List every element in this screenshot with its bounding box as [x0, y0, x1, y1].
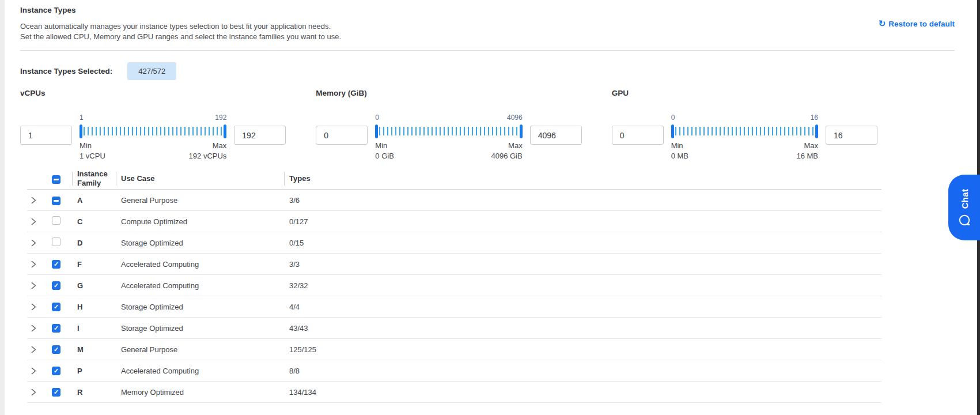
range-slider-track[interactable]	[671, 124, 818, 138]
instance-family-cell: H	[72, 303, 116, 311]
expand-row-button[interactable]	[27, 367, 52, 375]
scale-max-label: 4096	[507, 114, 523, 122]
slider-handle-max[interactable]	[815, 124, 818, 138]
use-case-cell: Accelerated Computing	[116, 260, 284, 269]
row-checkbox[interactable]	[52, 216, 60, 225]
expand-row-button[interactable]	[27, 282, 52, 289]
types-count-cell: 134/134	[284, 388, 881, 397]
types-count-cell: 8/8	[284, 367, 881, 375]
column-header-use-case: Use Case	[116, 174, 284, 183]
table-row: P Accelerated Computing 8/8	[27, 360, 881, 382]
slider-handle-min[interactable]	[375, 124, 378, 138]
row-checkbox[interactable]	[52, 237, 60, 246]
selected-count-label: Instance Types Selected:	[20, 67, 112, 76]
row-checkbox[interactable]	[52, 388, 60, 397]
column-header-instance-family: Instance Family	[72, 169, 116, 187]
use-case-cell: Storage Optimized	[116, 324, 284, 333]
expand-row-button[interactable]	[27, 303, 52, 311]
instance-family-cell: I	[72, 324, 116, 333]
row-checkbox[interactable]	[52, 367, 60, 375]
scale-min-label: 0	[671, 114, 675, 122]
expand-row-button[interactable]	[27, 218, 52, 225]
table-row: C Compute Optimized 0/127	[27, 211, 881, 232]
use-case-cell: General Purpose	[116, 345, 284, 354]
expand-row-button[interactable]	[27, 239, 52, 247]
use-case-cell: Accelerated Computing	[116, 281, 284, 290]
select-all-checkbox[interactable]	[52, 175, 60, 184]
min-label: Min	[80, 141, 92, 150]
column-header-types: Types	[284, 174, 881, 183]
slider-handle-max[interactable]	[224, 124, 226, 138]
types-count-cell: 3/6	[284, 196, 881, 205]
instance-family-cell: C	[72, 217, 116, 226]
slider-value-labels: 0 MB 16 MB	[671, 152, 818, 160]
chevron-right-icon	[31, 239, 36, 247]
slider-minmax-labels: Min Max	[80, 141, 226, 150]
table-row: M General Purpose 125/125	[27, 339, 881, 360]
chevron-right-icon	[31, 261, 36, 268]
slider-minmax-labels: Min Max	[375, 141, 522, 150]
slider-handle-min[interactable]	[671, 124, 674, 138]
min-value-input[interactable]	[612, 126, 664, 145]
row-checkbox[interactable]	[52, 324, 60, 333]
chevron-right-icon	[31, 325, 36, 332]
min-label: Min	[671, 141, 683, 150]
chevron-right-icon	[31, 303, 36, 311]
slider-title: GPU	[612, 89, 877, 97]
use-case-cell: Storage Optimized	[116, 303, 284, 311]
row-checkbox[interactable]	[52, 345, 60, 354]
header-divider	[20, 50, 955, 51]
restore-to-default-button[interactable]: ↻ Restore to default	[879, 18, 955, 29]
max-value-input[interactable]	[530, 126, 582, 145]
instance-family-table: Instance Family Use Case Types A General…	[27, 168, 881, 403]
table-row: D Storage Optimized 0/15	[27, 232, 881, 254]
restore-icon: ↻	[879, 18, 886, 29]
chevron-right-icon	[31, 346, 36, 353]
row-checkbox[interactable]	[52, 260, 60, 269]
range-slider-track[interactable]	[80, 124, 226, 138]
instance-family-cell: R	[72, 388, 116, 397]
description-line-2: Set the allowed CPU, Memory and GPU rang…	[20, 32, 955, 42]
max-label: Max	[508, 141, 523, 150]
chevron-right-icon	[31, 367, 36, 375]
slider-scale-labels: 0 16	[671, 114, 818, 122]
slider-handle-min[interactable]	[80, 124, 82, 138]
slider-value-labels: 0 GiB 4096 GiB	[375, 152, 522, 160]
slider-block: GPU 0 16 Min	[612, 89, 877, 160]
slider-handle-max[interactable]	[520, 124, 523, 138]
min-value-input[interactable]	[20, 126, 72, 145]
row-checkbox[interactable]	[52, 281, 60, 290]
section-header: Instance Types Ocean automatically manag…	[20, 0, 955, 51]
expand-row-button[interactable]	[27, 261, 52, 268]
table-header-row: Instance Family Use Case Types	[27, 168, 881, 190]
instance-types-panel: Instance Types Ocean automatically manag…	[20, 0, 980, 403]
slider-ticks	[84, 127, 222, 135]
max-value-input[interactable]	[234, 126, 286, 145]
chevron-right-icon	[31, 282, 36, 289]
expand-row-button[interactable]	[27, 197, 52, 204]
chevron-right-icon	[31, 218, 36, 225]
row-checkbox[interactable]	[52, 197, 60, 205]
max-value-label: 192 vCPUs	[189, 152, 227, 160]
instance-family-cell: M	[72, 345, 116, 354]
slider-scale-labels: 1 192	[80, 114, 226, 122]
instance-family-cell: P	[72, 367, 116, 375]
scale-min-label: 0	[375, 114, 379, 122]
page-title: Instance Types	[20, 6, 955, 14]
min-value-label: 0 GiB	[375, 152, 394, 160]
expand-row-button[interactable]	[27, 325, 52, 332]
max-value-input[interactable]	[826, 126, 877, 145]
slider-ticks	[379, 127, 518, 135]
table-row: G Accelerated Computing 32/32	[27, 275, 881, 296]
expand-row-button[interactable]	[27, 388, 52, 396]
slider-block: Memory (GiB) 0 4096	[316, 89, 581, 160]
use-case-cell: General Purpose	[116, 196, 284, 205]
chat-widget-button[interactable]: Chat	[948, 175, 980, 240]
scale-max-label: 192	[215, 114, 226, 122]
row-checkbox[interactable]	[52, 303, 60, 311]
table-row: H Storage Optimized 4/4	[27, 296, 881, 318]
expand-row-button[interactable]	[27, 346, 52, 353]
min-value-label: 0 MB	[671, 152, 688, 160]
range-slider-track[interactable]	[375, 124, 522, 138]
min-value-input[interactable]	[316, 126, 368, 145]
